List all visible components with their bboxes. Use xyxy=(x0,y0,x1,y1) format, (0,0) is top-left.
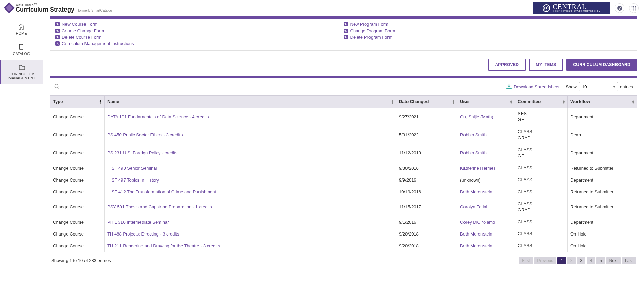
cell-name[interactable]: DATA 101 Fundamentals of Data Science - … xyxy=(105,108,396,126)
page-size-select[interactable]: 10 xyxy=(579,82,618,91)
cell-workflow: Returned to Submitter xyxy=(568,198,637,216)
curriculum-dashboard-button[interactable]: CURRICULUM DASHBOARD xyxy=(566,59,637,71)
showing-entries-label: Showing 1 to 10 of 283 entries xyxy=(51,258,111,263)
cell-user[interactable]: Carolyn Fallahi xyxy=(457,198,515,216)
cell-name[interactable]: PHIL 310 Intermediate Seminar xyxy=(105,216,396,228)
cell-workflow: Returned to Submitter xyxy=(568,162,637,174)
cell-workflow: Returned to Submitter xyxy=(568,186,637,198)
cell-type: Change Course xyxy=(50,174,105,186)
cell-name[interactable]: HIST 497 Topics in History xyxy=(105,174,396,186)
cell-name[interactable]: HIST 490 Senior Seminar xyxy=(105,162,396,174)
sidebar-item-curriculum-management[interactable]: CURRICULUM MANAGEMENT xyxy=(0,60,43,84)
pager-next[interactable]: Next xyxy=(606,257,621,264)
column-header-workflow[interactable]: Workflow▲▼ xyxy=(568,96,637,108)
cell-name[interactable]: TH 488 Projects: Directing - 3 credits xyxy=(105,228,396,240)
cell-name[interactable]: PS 450 Public Sector Ethics - 3 credits xyxy=(105,126,396,144)
pager-last[interactable]: Last xyxy=(622,257,636,264)
edit-icon: ✎ xyxy=(344,22,348,26)
pager-page-4[interactable]: 4 xyxy=(587,257,595,264)
cell-user[interactable]: Corey DiGirolamo xyxy=(457,216,515,228)
column-header-name[interactable]: Name▲▼ xyxy=(105,96,396,108)
table-row: Change CourseTH 211 Rendering and Drawin… xyxy=(50,240,637,252)
institution-subtitle: CONNECTICUT STATE UNIVERSITY xyxy=(553,10,601,12)
cell-workflow: Department xyxy=(568,174,637,186)
form-link[interactable]: ✎Course Change Form xyxy=(55,27,344,34)
sidebar-item-home[interactable]: HOME xyxy=(0,19,43,39)
sidebar-item-label: HOME xyxy=(16,31,27,35)
table-row: Change CourseHIST 412 The Transformation… xyxy=(50,186,637,198)
sidebar-item-label: CURRICULUM MANAGEMENT xyxy=(3,72,41,80)
cell-name[interactable]: PSY 501 Thesis and Capstone Preparation … xyxy=(105,198,396,216)
search-icon xyxy=(54,83,60,90)
table-row: Change CoursePS 231 U.S. Foreign Policy … xyxy=(50,144,637,162)
cell-user[interactable]: Katherine Hermes xyxy=(457,162,515,174)
institution-banner: CENTRAL CONNECTICUT STATE UNIVERSITY xyxy=(533,2,610,14)
sort-icon: ▲▼ xyxy=(99,99,102,104)
form-link[interactable]: ✎New Course Form xyxy=(55,21,344,27)
cell-date: 11/15/2017 xyxy=(396,198,457,216)
svg-point-12 xyxy=(635,9,636,10)
download-spreadsheet-link[interactable]: Download Spreadsheet xyxy=(506,84,560,89)
cell-name[interactable]: HIST 412 The Transformation of Crime and… xyxy=(105,186,396,198)
table-row: Change CoursePS 450 Public Sector Ethics… xyxy=(50,126,637,144)
cell-committee: CLASS xyxy=(515,240,568,252)
my-items-button[interactable]: MY ITEMS xyxy=(529,59,563,71)
pager: FirstPrevious12345NextLast xyxy=(519,257,636,264)
sidebar-item-catalog[interactable]: CATALOG xyxy=(0,39,43,60)
sort-icon: ▲▼ xyxy=(632,99,635,104)
form-link[interactable]: ✎Delete Program Form xyxy=(344,34,632,40)
cell-committee: CLASSGRAD xyxy=(515,126,568,144)
pager-page-2[interactable]: 2 xyxy=(567,257,576,264)
table-footer: Showing 1 to 10 of 283 entries FirstPrev… xyxy=(50,252,637,268)
column-header-type[interactable]: Type▲▼ xyxy=(50,96,105,108)
approved-button[interactable]: APPROVED xyxy=(488,59,526,71)
cell-name[interactable]: TH 211 Rendering and Drawing for the The… xyxy=(105,240,396,252)
cell-user[interactable]: Robbin Smith xyxy=(457,126,515,144)
header-left: watermark™ Curriculum Strategy formerly … xyxy=(5,3,112,13)
pager-page-3[interactable]: 3 xyxy=(577,257,586,264)
cell-committee: CLASS xyxy=(515,228,568,240)
cell-committee: CLASSGE xyxy=(515,144,568,162)
column-header-user[interactable]: User▲▼ xyxy=(457,96,515,108)
svg-point-1 xyxy=(546,7,547,9)
cell-user[interactable]: Beth Merenstein xyxy=(457,186,515,198)
svg-line-14 xyxy=(58,87,59,89)
download-icon xyxy=(506,84,512,89)
cell-name[interactable]: PS 231 U.S. Foreign Policy - credits xyxy=(105,144,396,162)
search-input[interactable] xyxy=(62,82,176,90)
svg-point-7 xyxy=(632,7,633,8)
cell-date: 11/12/2019 xyxy=(396,144,457,162)
column-header-committee[interactable]: Committee▲▼ xyxy=(515,96,568,108)
cell-workflow: On Hold xyxy=(568,228,637,240)
form-links-right-column: ✎New Program Form✎Change Program Form✎De… xyxy=(344,21,632,47)
cell-type: Change Course xyxy=(50,216,105,228)
svg-point-6 xyxy=(635,6,636,7)
form-link[interactable]: ✎Curriculum Management Instructions xyxy=(55,40,344,47)
pager-page-5[interactable]: 5 xyxy=(596,257,605,264)
apps-button[interactable] xyxy=(629,3,639,13)
form-link[interactable]: ✎Delete Course Form xyxy=(55,34,344,40)
cell-workflow: Department xyxy=(568,144,637,162)
cell-workflow: Department xyxy=(568,108,637,126)
help-button[interactable]: ? xyxy=(615,3,624,13)
table-row: Change CourseTH 488 Projects: Directing … xyxy=(50,228,637,240)
institution-name: CENTRAL xyxy=(553,4,601,10)
form-link[interactable]: ✎Change Program Form xyxy=(344,27,632,34)
cell-type: Change Course xyxy=(50,186,105,198)
pager-page-1[interactable]: 1 xyxy=(557,257,566,264)
cell-type: Change Course xyxy=(50,144,105,162)
cell-user[interactable]: Beth Merenstein xyxy=(457,228,515,240)
column-header-date-changed[interactable]: Date Changed▲▼ xyxy=(396,96,457,108)
book-icon xyxy=(18,43,25,50)
cell-user[interactable]: Beth Merenstein xyxy=(457,240,515,252)
page-size-group: Show 10 ▾ entries xyxy=(566,82,633,91)
cell-user[interactable]: Robbin Smith xyxy=(457,144,515,162)
cell-type: Change Course xyxy=(50,108,105,126)
cell-workflow: Department xyxy=(568,216,637,228)
cell-date: 9/9/2016 xyxy=(396,174,457,186)
form-link[interactable]: ✎New Program Form xyxy=(344,21,632,27)
form-link-label: Delete Course Form xyxy=(62,35,101,40)
cell-committee: CLASS xyxy=(515,216,568,228)
sort-icon: ▲▼ xyxy=(562,99,565,104)
cell-user[interactable]: Gu, Shijie (Math) xyxy=(457,108,515,126)
